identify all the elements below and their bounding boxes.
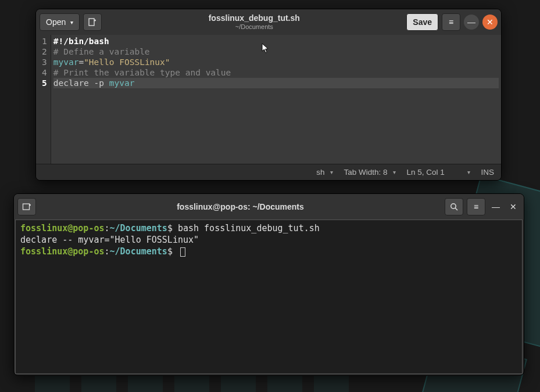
- code-token: declare -p: [53, 78, 109, 88]
- code-line[interactable]: #!/bin/bash: [53, 36, 499, 46]
- editor-filename: fosslinux_debug_tut.sh: [105, 14, 403, 23]
- cursor-position-label: Ln 5, Col 1: [406, 168, 444, 177]
- save-button-label: Save: [413, 17, 432, 27]
- terminal-body[interactable]: fosslinux@pop-os:~/Documents$ bash fossl…: [15, 220, 523, 374]
- editor-title-block: fosslinux_debug_tut.sh ~/Documents: [105, 14, 403, 30]
- search-button[interactable]: [445, 198, 463, 215]
- terminal-segment: :: [105, 246, 110, 257]
- terminal-segment: ~/Documents: [110, 223, 167, 233]
- code-token: # Print the variable type and value: [53, 68, 231, 77]
- hamburger-menu-button[interactable]: ≡: [442, 13, 460, 31]
- terminal-line: fosslinux@pop-os:~/Documents$: [20, 246, 517, 257]
- terminal-cursor: [180, 247, 185, 257]
- open-button[interactable]: Open ▾: [40, 13, 80, 31]
- svg-line-3: [455, 208, 457, 210]
- language-selector[interactable]: sh: [316, 168, 333, 177]
- code-line[interactable]: # Print the variable type and value: [53, 67, 499, 78]
- code-line[interactable]: # Define a variable: [53, 46, 499, 57]
- chevron-down-icon: ▾: [467, 169, 470, 175]
- minimize-icon: —: [492, 202, 500, 211]
- line-number: 1: [42, 36, 47, 46]
- menu-icon: ≡: [449, 17, 453, 27]
- terminal-segment: fosslinux@pop-os: [20, 246, 105, 257]
- hamburger-menu-button[interactable]: ≡: [467, 198, 485, 215]
- svg-point-2: [450, 203, 455, 208]
- terminal-line: fosslinux@pop-os:~/Documents$ bash fossl…: [20, 222, 517, 234]
- tab-width-selector[interactable]: Tab Width: 8: [344, 168, 396, 177]
- close-icon: ✕: [487, 17, 493, 27]
- line-number: 3: [42, 57, 47, 67]
- close-button[interactable]: ✕: [482, 15, 498, 30]
- svg-rect-1: [23, 204, 30, 210]
- insert-mode-label: INS: [481, 168, 494, 177]
- close-icon: ✕: [510, 202, 517, 211]
- terminal-segment: ~/Documents: [110, 246, 167, 257]
- line-number: 5: [42, 78, 47, 88]
- editor-body[interactable]: 12345 #!/bin/bash# Define a variablemyva…: [36, 35, 501, 164]
- close-button[interactable]: ✕: [506, 200, 520, 214]
- code-token: myvar: [53, 57, 79, 67]
- code-line[interactable]: declare -p myvar: [53, 78, 499, 88]
- code-token: "Hello FOSSLinux": [84, 57, 170, 67]
- terminal-window: fosslinux@pop-os: ~/Documents ≡ — ✕ foss…: [13, 193, 524, 376]
- editor-filepath: ~/Documents: [105, 23, 403, 30]
- minimize-button[interactable]: —: [464, 15, 479, 30]
- terminal-segment: fosslinux@pop-os: [20, 223, 105, 233]
- code-token: #!/bin/bash: [53, 37, 109, 46]
- terminal-segment: :: [105, 223, 110, 233]
- save-button[interactable]: Save: [406, 13, 438, 31]
- cursor-position-selector[interactable]: Ln 5, Col 1 ▾: [406, 168, 470, 177]
- code-token: =: [78, 57, 84, 67]
- terminal-segment: $: [167, 246, 178, 257]
- terminal-segment: $ bash fosslinux_debug_tut.sh: [167, 223, 320, 233]
- code-line[interactable]: myvar="Hello FOSSLinux": [53, 57, 499, 67]
- line-number: 4: [42, 67, 47, 78]
- editor-statusbar: sh Tab Width: 8 Ln 5, Col 1 ▾ INS: [36, 164, 501, 180]
- new-document-icon: [88, 17, 97, 27]
- search-icon: [450, 203, 459, 211]
- line-number: 2: [42, 46, 47, 57]
- menu-icon: ≡: [474, 202, 478, 211]
- insert-mode-indicator[interactable]: INS: [481, 168, 494, 177]
- line-number-gutter: 12345: [36, 35, 51, 164]
- code-token: # Define a variable: [53, 47, 150, 56]
- code-token: myvar: [109, 78, 135, 88]
- terminal-line: declare -- myvar="Hello FOSSLinux": [20, 234, 517, 246]
- terminal-title: fosslinux@pop-os: ~/Documents: [40, 202, 441, 211]
- tab-width-label: Tab Width: 8: [344, 168, 387, 177]
- new-tab-button[interactable]: [17, 198, 36, 215]
- new-tab-icon: [22, 202, 31, 211]
- language-label: sh: [316, 168, 324, 177]
- new-document-button[interactable]: [83, 13, 102, 31]
- text-editor-window: Open ▾ fosslinux_debug_tut.sh ~/Document…: [35, 9, 502, 181]
- minimize-button[interactable]: —: [489, 200, 503, 214]
- svg-rect-0: [89, 19, 94, 26]
- code-area[interactable]: #!/bin/bash# Define a variablemyvar="Hel…: [51, 35, 501, 164]
- minimize-icon: —: [467, 17, 475, 27]
- chevron-down-icon: ▾: [70, 19, 73, 26]
- open-button-label: Open: [46, 17, 66, 27]
- terminal-titlebar: fosslinux@pop-os: ~/Documents ≡ — ✕: [14, 194, 524, 220]
- editor-titlebar: Open ▾ fosslinux_debug_tut.sh ~/Document…: [36, 9, 501, 35]
- terminal-segment: declare -- myvar="Hello FOSSLinux": [20, 235, 199, 245]
